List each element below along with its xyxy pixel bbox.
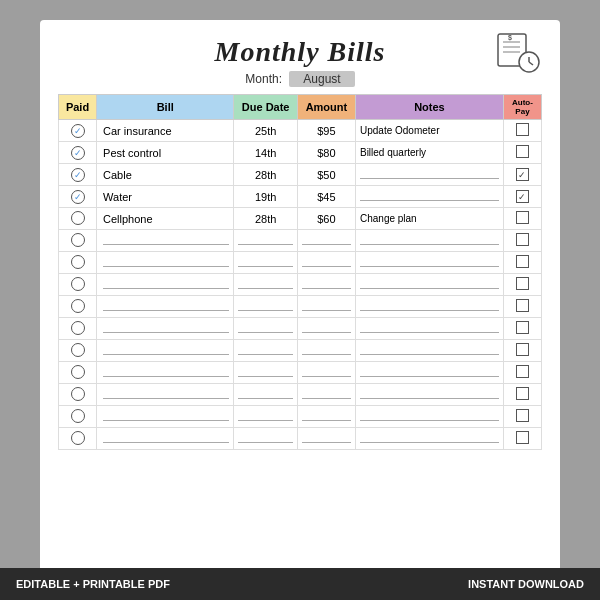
auto-pay-cell[interactable]: [503, 120, 541, 142]
paid-checkbox[interactable]: [71, 343, 85, 357]
monthly-bills-page: Monthly Bills $: [40, 20, 560, 580]
paid-cell[interactable]: ✓: [59, 142, 97, 164]
due-date-cell: [234, 252, 297, 274]
auto-pay-cell[interactable]: [503, 252, 541, 274]
paid-cell[interactable]: [59, 384, 97, 406]
auto-pay-checkbox[interactable]: [516, 123, 529, 136]
paid-checkbox[interactable]: [71, 431, 85, 445]
auto-pay-checkbox[interactable]: [516, 277, 529, 290]
auto-pay-cell[interactable]: [503, 208, 541, 230]
paid-checkbox[interactable]: ✓: [71, 168, 85, 182]
paid-cell[interactable]: [59, 274, 97, 296]
paid-cell[interactable]: [59, 318, 97, 340]
paid-checkbox[interactable]: [71, 321, 85, 335]
auto-pay-checkbox[interactable]: ✓: [516, 168, 529, 181]
auto-pay-cell[interactable]: [503, 340, 541, 362]
due-date-cell: [234, 384, 297, 406]
paid-cell[interactable]: [59, 340, 97, 362]
amount-cell: [297, 318, 355, 340]
auto-pay-cell[interactable]: [503, 384, 541, 406]
paid-checkbox[interactable]: [71, 255, 85, 269]
auto-pay-checkbox[interactable]: [516, 321, 529, 334]
bill-cell: [97, 340, 234, 362]
auto-pay-cell[interactable]: [503, 428, 541, 450]
auto-pay-cell[interactable]: [503, 362, 541, 384]
month-row: Month: August: [58, 72, 542, 86]
paid-checkbox[interactable]: [71, 277, 85, 291]
col-header-auto-pay: Auto-Pay: [503, 95, 541, 120]
auto-pay-cell[interactable]: [503, 296, 541, 318]
auto-pay-checkbox[interactable]: [516, 431, 529, 444]
paid-cell[interactable]: [59, 230, 97, 252]
amount-cell: $95: [297, 120, 355, 142]
table-row: Cellphone28th$60Change plan: [59, 208, 542, 230]
amount-cell: [297, 230, 355, 252]
bill-cell: [97, 274, 234, 296]
paid-checkbox[interactable]: [71, 409, 85, 423]
paid-cell[interactable]: [59, 362, 97, 384]
bill-cell: [97, 428, 234, 450]
auto-pay-cell[interactable]: [503, 230, 541, 252]
due-date-cell: [234, 230, 297, 252]
paid-checkbox[interactable]: ✓: [71, 124, 85, 138]
paid-checkbox[interactable]: [71, 387, 85, 401]
amount-cell: [297, 428, 355, 450]
paid-checkbox[interactable]: ✓: [71, 146, 85, 160]
table-row: [59, 274, 542, 296]
auto-pay-cell[interactable]: [503, 274, 541, 296]
bottom-bar: EDITABLE + PRINTABLE PDF INSTANT DOWNLOA…: [0, 568, 600, 600]
auto-pay-cell[interactable]: ✓: [503, 186, 541, 208]
table-row: ✓Water19th$45✓: [59, 186, 542, 208]
amount-cell: [297, 274, 355, 296]
auto-pay-checkbox[interactable]: ✓: [516, 190, 529, 203]
bill-cell: Cable: [97, 164, 234, 186]
auto-pay-checkbox[interactable]: [516, 343, 529, 356]
notes-cell: [355, 406, 503, 428]
due-date-cell: 28th: [234, 164, 297, 186]
paid-checkbox[interactable]: [71, 233, 85, 247]
amount-cell: $80: [297, 142, 355, 164]
notes-cell: Update Odometer: [355, 120, 503, 142]
paid-cell[interactable]: ✓: [59, 120, 97, 142]
paid-cell[interactable]: [59, 208, 97, 230]
paid-cell[interactable]: [59, 252, 97, 274]
due-date-cell: [234, 318, 297, 340]
paid-cell[interactable]: ✓: [59, 164, 97, 186]
paid-cell[interactable]: ✓: [59, 186, 97, 208]
receipt-icon: $: [494, 32, 542, 80]
paid-cell[interactable]: [59, 428, 97, 450]
amount-cell: [297, 340, 355, 362]
auto-pay-cell[interactable]: [503, 142, 541, 164]
auto-pay-cell[interactable]: [503, 318, 541, 340]
amount-cell: $45: [297, 186, 355, 208]
paid-checkbox[interactable]: [71, 299, 85, 313]
auto-pay-checkbox[interactable]: [516, 387, 529, 400]
due-date-cell: 19th: [234, 186, 297, 208]
paid-checkbox[interactable]: ✓: [71, 190, 85, 204]
paid-cell[interactable]: [59, 296, 97, 318]
auto-pay-checkbox[interactable]: [516, 145, 529, 158]
bill-cell: [97, 362, 234, 384]
auto-pay-cell[interactable]: ✓: [503, 164, 541, 186]
notes-cell: [355, 318, 503, 340]
bill-cell: Pest control: [97, 142, 234, 164]
auto-pay-checkbox[interactable]: [516, 409, 529, 422]
table-row: ✓Pest control14th$80Billed quarterly: [59, 142, 542, 164]
auto-pay-checkbox[interactable]: [516, 365, 529, 378]
auto-pay-checkbox[interactable]: [516, 299, 529, 312]
table-row: [59, 230, 542, 252]
col-header-bill: Bill: [97, 95, 234, 120]
due-date-cell: 28th: [234, 208, 297, 230]
notes-cell: [355, 296, 503, 318]
paid-checkbox[interactable]: [71, 365, 85, 379]
bill-cell: Car insurance: [97, 120, 234, 142]
bill-cell: Water: [97, 186, 234, 208]
auto-pay-checkbox[interactable]: [516, 255, 529, 268]
notes-cell: Change plan: [355, 208, 503, 230]
auto-pay-cell[interactable]: [503, 406, 541, 428]
auto-pay-checkbox[interactable]: [516, 211, 529, 224]
paid-checkbox[interactable]: [71, 211, 85, 225]
auto-pay-checkbox[interactable]: [516, 233, 529, 246]
paid-cell[interactable]: [59, 406, 97, 428]
table-row: [59, 252, 542, 274]
